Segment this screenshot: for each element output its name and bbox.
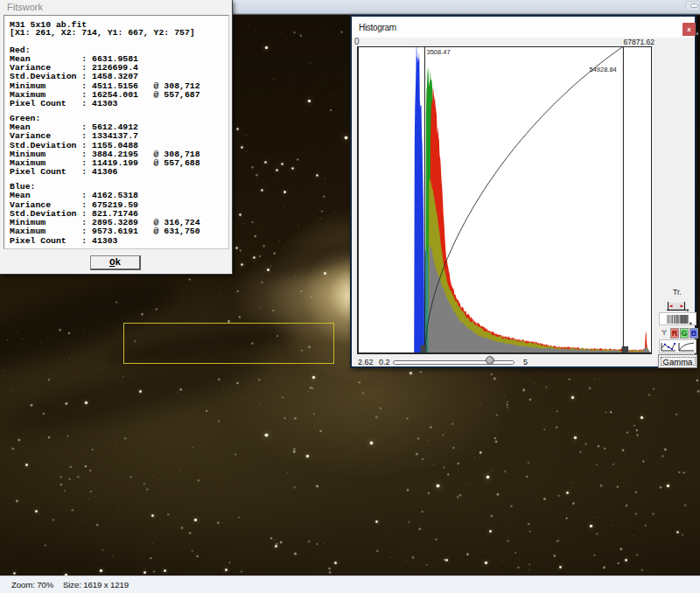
svg-text:3508.47: 3508.47 — [427, 48, 451, 56]
svg-text:54928.84: 54928.84 — [590, 66, 617, 73]
